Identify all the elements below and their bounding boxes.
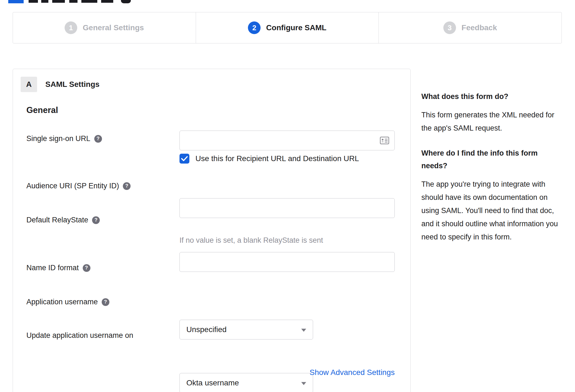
name-id-format-label: Name ID format [26,264,79,272]
help-question-1: What does this form do? [421,90,563,103]
panel-title: SAML Settings [45,80,99,89]
name-id-format-label-row: Name ID format ? [26,264,90,272]
audience-uri-label-row: Audience URI (SP Entity ID) ? [26,182,131,190]
cropped-text-fragment [52,0,65,3]
application-username-select[interactable]: Okta username [179,373,313,392]
application-username-label: Application username [26,298,98,306]
cropped-text-fragment [101,0,113,3]
cropped-text-fragment [41,0,48,3]
relaystate-hint: If no value is set, a blank RelayState i… [179,236,323,245]
application-username-value: Okta username [186,379,239,387]
page: { "colors": { "accent": "#1662dd", "bord… [0,0,575,392]
step-number-badge: 2 [248,21,261,34]
step-configure-saml[interactable]: 2 Configure SAML [196,12,379,43]
step-number-badge: 3 [443,21,456,34]
help-icon[interactable]: ? [102,298,109,306]
help-answer-2: The app you're trying to integrate with … [421,178,563,244]
cropped-icon-fragment [121,0,131,3]
wizard-stepper: 1 General Settings 2 Configure SAML 3 Fe… [13,12,562,43]
application-username-label-row: Application username ? [26,298,109,306]
recipient-url-checkbox[interactable] [179,154,189,164]
sso-url-label: Single sign-on URL [26,134,90,143]
help-question-2: Where do I find the info this form needs… [421,147,563,172]
step-number-badge: 1 [65,21,77,34]
relaystate-label: Default RelayState [26,216,88,224]
general-section-title: General [26,105,58,115]
audience-uri-input-wrap [179,198,395,218]
recipient-url-checkbox-row: Use this for Recipient URL and Destinati… [179,154,359,164]
saml-settings-panel: A SAML Settings General Single sign-on U… [13,69,411,392]
name-id-format-select[interactable]: Unspecified [179,320,313,339]
sso-url-label-row: Single sign-on URL ? [26,134,102,143]
chevron-down-icon [301,329,306,332]
sso-url-input-wrap [179,131,395,150]
step-general-settings[interactable]: 1 General Settings [13,12,196,43]
cropped-text-fragment [69,0,78,3]
relaystate-input-wrap [179,252,395,272]
checkmark-icon [181,156,188,161]
help-icon[interactable]: ? [92,216,100,224]
section-a-badge: A [21,77,37,92]
cropped-logo-fragment [8,0,24,3]
cropped-text-fragment [29,0,38,3]
single-sign-on-url-input[interactable] [179,131,395,150]
cropped-text-fragment [81,0,97,3]
step-label: Configure SAML [266,23,326,32]
update-username-label-row: Update application username on [26,331,133,340]
name-id-format-value: Unspecified [186,325,226,334]
default-relaystate-input[interactable] [179,252,395,272]
help-sidebar: What does this form do? This form genera… [421,90,563,256]
cropped-page-title-fragment [0,0,143,3]
help-icon[interactable]: ? [94,135,102,143]
audience-uri-label: Audience URI (SP Entity ID) [26,182,119,190]
relaystate-label-row: Default RelayState ? [26,216,100,224]
contact-card-icon[interactable] [380,137,389,144]
step-label: General Settings [83,23,144,32]
show-advanced-settings-link[interactable]: Show Advanced Settings [309,368,395,377]
help-icon[interactable]: ? [123,182,131,190]
audience-uri-input[interactable] [179,198,395,218]
chevron-down-icon [301,382,306,385]
update-username-label: Update application username on [26,331,133,340]
recipient-url-checkbox-label[interactable]: Use this for Recipient URL and Destinati… [195,154,359,163]
step-label: Feedback [461,23,497,32]
help-answer-1: This form generates the XML needed for t… [421,108,563,135]
help-icon[interactable]: ? [83,264,90,272]
step-feedback[interactable]: 3 Feedback [378,12,562,43]
